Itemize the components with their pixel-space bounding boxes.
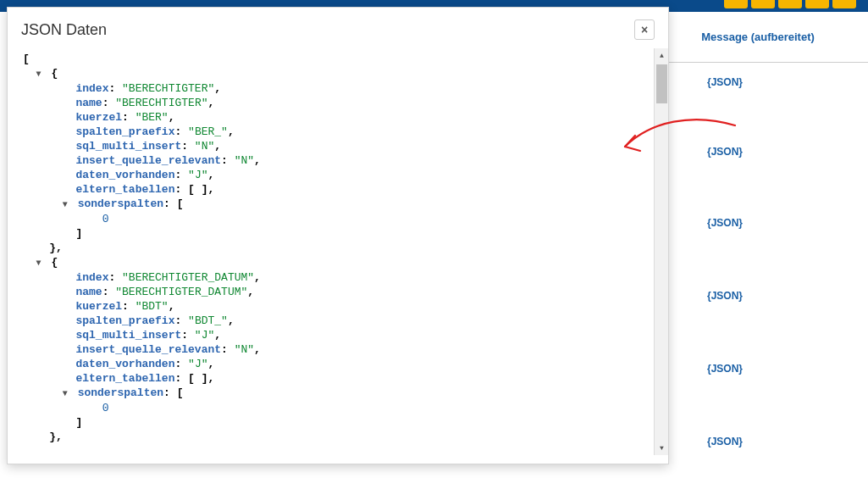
- scrollbar-thumb[interactable]: [656, 64, 667, 103]
- json-value: N: [240, 343, 247, 356]
- json-key: insert_quelle_relevant: [75, 154, 221, 167]
- json-link[interactable]: {JSON}: [707, 76, 743, 88]
- close-icon: ×: [641, 23, 648, 36]
- collapse-toggle-icon[interactable]: ▼: [36, 256, 45, 270]
- modal-body[interactable]: [ ▼ { index: "BERECHTIGTER", name: "BERE…: [8, 48, 668, 455]
- json-key: name: [75, 97, 102, 109]
- json-key: name: [75, 286, 102, 298]
- close-button[interactable]: ×: [634, 19, 655, 40]
- collapse-toggle-icon[interactable]: ▼: [63, 386, 71, 401]
- topbar-button[interactable]: [751, 0, 775, 8]
- scroll-down-icon[interactable]: ▼: [655, 441, 668, 455]
- json-value: J: [195, 358, 202, 370]
- json-value: BDT_: [195, 314, 221, 327]
- json-key: sonderspalten: [78, 386, 163, 399]
- json-key: insert_quelle_relevant: [75, 343, 221, 356]
- topbar-button-group: [724, 0, 856, 8]
- json-key: daten_vorhanden: [75, 169, 174, 181]
- json-key: eltern_tabellen: [75, 183, 174, 196]
- topbar-button[interactable]: [805, 0, 829, 8]
- json-link[interactable]: {JSON}: [707, 436, 743, 447]
- json-value: J: [195, 169, 202, 181]
- modal-header: JSON Daten ×: [8, 8, 668, 48]
- column-header-link[interactable]: Message (aufbereitet): [701, 31, 815, 43]
- topbar-button[interactable]: [724, 0, 748, 8]
- json-link[interactable]: {JSON}: [707, 146, 743, 158]
- json-value: BER_: [195, 125, 221, 138]
- json-link[interactable]: {JSON}: [707, 217, 743, 229]
- json-close-brace: },: [49, 431, 63, 443]
- json-close-brace: },: [49, 242, 63, 254]
- json-key: spalten_praefix: [75, 125, 174, 138]
- json-value: J: [202, 329, 208, 342]
- json-value: BERECHTIGTER: [129, 82, 208, 95]
- json-value: BERECHTIGTER: [122, 97, 202, 109]
- scroll-up-icon[interactable]: ▲: [655, 48, 668, 63]
- json-value: 0: [102, 402, 109, 414]
- json-key: sql_multi_insert: [75, 329, 181, 342]
- json-key: sonderspalten: [78, 197, 163, 210]
- json-value: N: [240, 154, 247, 167]
- json-value: 0: [102, 213, 109, 225]
- json-open-brace: {: [51, 256, 58, 269]
- json-value: BER: [141, 111, 161, 124]
- json-key: spalten_praefix: [75, 314, 174, 327]
- json-key: sql_multi_insert: [75, 140, 181, 153]
- json-key: index: [75, 82, 108, 95]
- json-value: [ ]: [188, 183, 207, 196]
- json-open-brace: {: [51, 67, 58, 80]
- json-link[interactable]: {JSON}: [707, 363, 743, 375]
- scrollbar-track[interactable]: ▲ ▼: [654, 48, 668, 455]
- json-open-bracket: [: [23, 53, 30, 65]
- collapse-toggle-icon[interactable]: ▼: [36, 67, 45, 81]
- json-value: BERECHTIGTER_DATUM: [129, 271, 247, 284]
- json-value: BERECHTIGTER_DATUM: [122, 286, 240, 298]
- json-value: N: [202, 140, 208, 153]
- data-table: Message (aufbereitet) 969 066 {JSON} 959…: [648, 12, 868, 63]
- json-key: kuerzel: [75, 111, 122, 124]
- json-key: eltern_tabellen: [75, 372, 174, 385]
- json-modal: JSON Daten × [ ▼ { index: "BERECHTIGTER"…: [7, 7, 669, 464]
- json-key: daten_vorhanden: [75, 358, 174, 370]
- modal-title: JSON Daten: [21, 21, 107, 39]
- column-header[interactable]: Message (aufbereitet): [648, 12, 868, 63]
- json-value: [ ]: [188, 372, 207, 385]
- json-key: index: [75, 271, 108, 284]
- topbar-button[interactable]: [778, 0, 802, 8]
- collapse-toggle-icon[interactable]: ▼: [63, 197, 71, 212]
- topbar-button[interactable]: [832, 0, 856, 8]
- json-value: BDT: [141, 300, 161, 313]
- json-link[interactable]: {JSON}: [707, 290, 743, 302]
- json-key: kuerzel: [75, 300, 122, 313]
